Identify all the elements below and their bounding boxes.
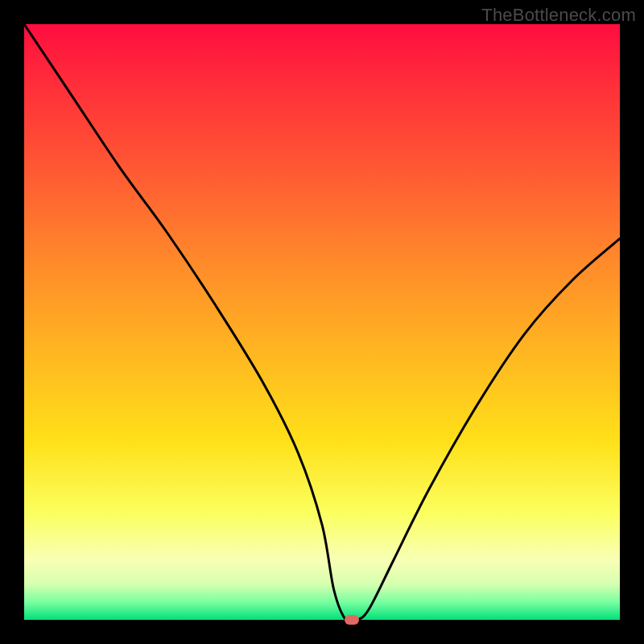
bottleneck-curve (24, 24, 620, 620)
minimum-marker (345, 615, 359, 625)
watermark-text: TheBottleneck.com (481, 5, 636, 26)
chart-frame: TheBottleneck.com (0, 0, 644, 644)
plot-area (24, 24, 620, 620)
